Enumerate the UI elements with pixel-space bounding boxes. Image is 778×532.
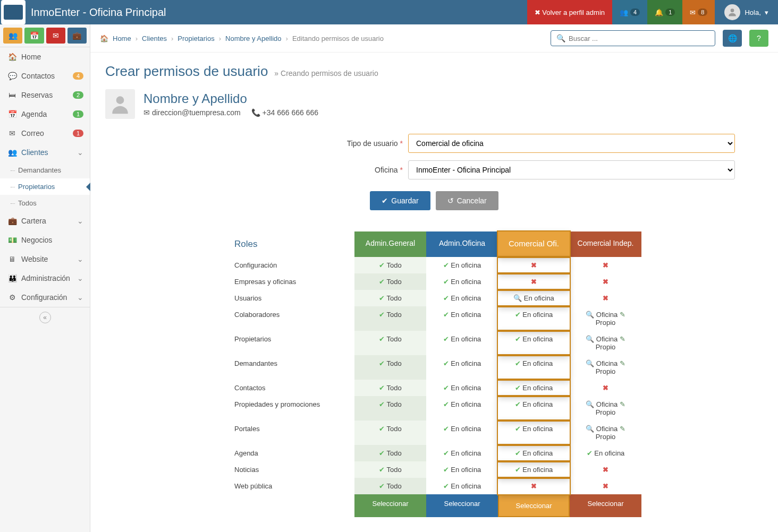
breadcrumb-item[interactable]: Nombre y Apellido bbox=[225, 35, 282, 42]
role-select-button[interactable]: Seleccionar bbox=[426, 494, 498, 517]
sidebar-item-correo[interactable]: ✉Correo1 bbox=[0, 124, 90, 143]
role-cell: 🔍 Oficina ✎ Propio bbox=[570, 421, 641, 445]
sidebar-subitem-demandantes[interactable]: Demandantes bbox=[0, 162, 90, 178]
calendar-icon: 📅 bbox=[6, 110, 18, 118]
desktop-icon: 🖥 bbox=[6, 255, 18, 263]
check-icon: ✔ bbox=[379, 335, 385, 343]
globe-button[interactable]: 🌐 bbox=[723, 30, 742, 47]
tipo-usuario-select[interactable]: Comercial de oficina bbox=[408, 134, 735, 153]
role-select-button[interactable]: Seleccionar bbox=[354, 494, 426, 517]
check-icon: ✔ bbox=[515, 425, 521, 433]
role-column-header: Comercial Indep. bbox=[570, 231, 641, 257]
sidebar-item-contactos[interactable]: 💬Contactos4 bbox=[0, 66, 90, 85]
search-box[interactable]: 🔍 bbox=[551, 30, 715, 46]
cogs-icon: ⚙ bbox=[6, 293, 18, 302]
topbar-user-menu[interactable]: Hola, ▾ bbox=[715, 0, 778, 24]
home-icon: 🏠 bbox=[100, 35, 108, 42]
role-row-label: Contactos bbox=[227, 380, 354, 396]
search-input[interactable] bbox=[569, 35, 709, 42]
role-cell: ✔ Todo bbox=[354, 478, 426, 494]
back-to-admin-button[interactable]: ✖ Volver a perfil admin bbox=[527, 0, 612, 24]
sidebar-subitem-propietarios[interactable]: Propietarios bbox=[0, 178, 90, 195]
role-select-button[interactable]: Seleccionar bbox=[570, 494, 641, 517]
search-icon: 🔍 bbox=[586, 311, 594, 319]
breadcrumb: 🏠 Home › Clientes › Propietarios › Nombr… bbox=[100, 35, 546, 42]
quick-action-mail[interactable]: ✉ bbox=[46, 28, 65, 44]
role-cell: ✔ En oficina bbox=[426, 478, 498, 494]
sidebar-item-configuración[interactable]: ⚙Configuración⌄ bbox=[0, 288, 90, 307]
breadcrumb-item[interactable]: Propietarios bbox=[177, 35, 214, 42]
role-cell: ✔ Todo bbox=[354, 306, 426, 331]
sidebar-item-label: Clientes bbox=[21, 148, 48, 157]
topbar-users-button[interactable]: 👥 4 bbox=[612, 0, 647, 24]
role-cell: ✔ En oficina bbox=[426, 445, 498, 461]
money-icon: 💵 bbox=[6, 236, 18, 244]
sidebar: 👥 📅 ✉ 💼 🏠Home💬Contactos4🛏Reservas2📅Agend… bbox=[0, 24, 90, 532]
roles-table: RolesAdmin.GeneralAdmin.OficinaComercial… bbox=[227, 231, 641, 517]
role-cell: ✔ En oficina bbox=[426, 461, 498, 478]
quick-action-calendar[interactable]: 📅 bbox=[24, 28, 44, 44]
help-button[interactable]: ? bbox=[749, 30, 768, 47]
check-icon: ✔ bbox=[379, 449, 385, 457]
sidebar-subitem-todos[interactable]: Todos bbox=[0, 195, 90, 211]
save-button[interactable]: ✔Guardar bbox=[370, 191, 430, 210]
chevron-down-icon: ⌄ bbox=[77, 148, 83, 157]
check-icon: ✔ bbox=[443, 359, 449, 367]
check-icon: ✔ bbox=[515, 400, 521, 408]
topbar-notifications-button[interactable]: 🔔 1 bbox=[647, 0, 682, 24]
mail-icon: ✉ bbox=[690, 8, 696, 16]
quick-action-users[interactable]: 👥 bbox=[3, 28, 22, 44]
sidebar-item-cartera[interactable]: 💼Cartera⌄ bbox=[0, 211, 90, 230]
role-cell: ✔ En oficina bbox=[426, 257, 498, 273]
x-icon: ✖ bbox=[531, 261, 537, 269]
role-cell: ✖ bbox=[570, 290, 641, 306]
briefcase-icon: 💼 bbox=[72, 31, 81, 40]
chevron-down-icon: ⌄ bbox=[77, 293, 83, 302]
edit-icon: ✎ bbox=[620, 425, 625, 433]
quick-action-briefcase[interactable]: 💼 bbox=[67, 28, 87, 44]
role-cell: ✔ En oficina bbox=[570, 445, 641, 461]
breadcrumb-item[interactable]: Clientes bbox=[142, 35, 167, 42]
tipo-label: Tipo de usuario * bbox=[105, 139, 408, 148]
users-icon: 👥 bbox=[9, 31, 18, 40]
sidebar-item-website[interactable]: 🖥Website⌄ bbox=[0, 250, 90, 269]
role-row-label: Colaboradores bbox=[227, 306, 354, 331]
role-cell: ✔ En oficina bbox=[498, 355, 570, 380]
search-icon: 🔍 bbox=[586, 400, 594, 408]
sidebar-item-agenda[interactable]: 📅Agenda1 bbox=[0, 105, 90, 124]
breadcrumb-item[interactable]: Home bbox=[113, 35, 131, 42]
sidebar-collapse[interactable]: « bbox=[0, 307, 90, 328]
app-logo[interactable] bbox=[1, 0, 26, 24]
users-icon: 👥 bbox=[620, 8, 628, 16]
sidebar-item-home[interactable]: 🏠Home bbox=[0, 47, 90, 66]
edit-icon: ✎ bbox=[620, 400, 625, 408]
check-icon: ✔ bbox=[379, 278, 385, 286]
app-title: InmoEnter - Oficina Principal bbox=[31, 6, 527, 19]
role-row-label: Propiedades y promociones bbox=[227, 396, 354, 421]
sidebar-item-administración[interactable]: 👪Administración⌄ bbox=[0, 269, 90, 288]
oficina-select[interactable]: InmoEnter - Oficina Principal bbox=[408, 160, 735, 179]
cancel-button[interactable]: ↺Cancelar bbox=[436, 191, 498, 210]
sidebar-item-reservas[interactable]: 🛏Reservas2 bbox=[0, 85, 90, 105]
check-icon: ✔ bbox=[443, 311, 449, 319]
topbar-mail-button[interactable]: ✉ 8 bbox=[682, 0, 715, 24]
sidebar-item-label: Negocios bbox=[21, 236, 52, 244]
sidebar-item-label: Website bbox=[21, 255, 48, 263]
role-cell: ✔ En oficina bbox=[498, 421, 570, 445]
role-row-label: Configuración bbox=[227, 257, 354, 273]
sidebar-item-label: Cartera bbox=[21, 217, 46, 225]
mail-count-badge: 8 bbox=[698, 8, 707, 16]
role-row-label: Web pública bbox=[227, 478, 354, 494]
role-row-label: Demandantes bbox=[227, 355, 354, 380]
role-cell: ✖ bbox=[498, 257, 570, 273]
chevron-right-icon: › bbox=[286, 35, 288, 42]
sidebar-item-clientes[interactable]: 👥Clientes⌄ bbox=[0, 143, 90, 162]
role-select-button[interactable]: Seleccionar bbox=[498, 494, 570, 517]
role-row-label: Portales bbox=[227, 421, 354, 445]
role-cell: ✔ En oficina bbox=[498, 445, 570, 461]
role-cell: ✔ Todo bbox=[354, 461, 426, 478]
search-icon: 🔍 bbox=[586, 425, 594, 433]
role-cell: ✖ bbox=[498, 273, 570, 290]
sidebar-item-negocios[interactable]: 💵Negocios bbox=[0, 230, 90, 250]
edit-icon: ✎ bbox=[620, 311, 625, 319]
